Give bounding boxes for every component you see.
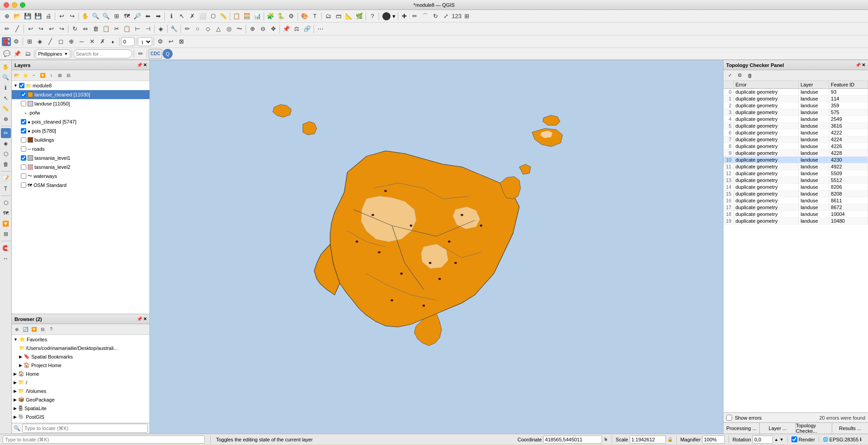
snap-intersect-btn[interactable]: ✕ <box>87 37 97 47</box>
cut-btn[interactable]: ✂ <box>111 24 121 34</box>
locate-status-input[interactable] <box>3 435 205 444</box>
digitize-mode-btn[interactable]: ✏ <box>135 49 145 59</box>
magnifier-input[interactable] <box>702 435 725 444</box>
table-row[interactable]: 13 duplicate geometry landuse 5512 <box>723 177 868 184</box>
select-poly-btn[interactable]: ⬡ <box>208 11 218 21</box>
plugins-btn[interactable]: 🧩 <box>265 11 275 21</box>
table-row[interactable]: 6 duplicate geometry landuse 4222 <box>723 129 868 136</box>
pin-btn[interactable]: 📌 <box>281 24 291 34</box>
table-row[interactable]: 5 duplicate geometry landuse 3616 <box>723 123 868 129</box>
zoom-last-btn[interactable]: ⬅ <box>143 11 153 21</box>
dbmanager-btn[interactable]: 🗃 <box>333 11 343 21</box>
layer-item-osm[interactable]: 🗺 OSM Standard <box>12 181 149 190</box>
layer-tab-btn[interactable]: Layer ... <box>760 423 796 434</box>
undo3-btn[interactable]: ↩ <box>46 24 56 34</box>
table-row[interactable]: 4 duplicate geometry landuse 2549 <box>723 116 868 123</box>
layer-cb-module8[interactable] <box>19 83 24 88</box>
topology-btn[interactable]: 🔗 <box>302 24 312 34</box>
scale-lock-icon[interactable]: 🔒 <box>667 437 673 442</box>
add-point-btn[interactable]: ⊕ <box>247 24 257 34</box>
topology-configure-btn[interactable]: ⚙ <box>735 71 744 80</box>
annotate-tool[interactable]: 📝 <box>1 173 11 183</box>
select-tool[interactable]: ↖ <box>1 93 11 103</box>
copy-btn[interactable]: 📋 <box>101 24 111 34</box>
pan-tool[interactable]: ✋ <box>1 62 11 72</box>
browser-refresh-btn[interactable]: 🔄 <box>21 325 29 334</box>
browser-btn[interactable]: 🗂 <box>323 11 333 21</box>
zoom-out-btn[interactable]: 🔍 <box>101 11 111 21</box>
snap-area-btn[interactable]: ◻ <box>56 37 66 47</box>
search-input[interactable] <box>73 49 132 58</box>
edit-tool[interactable]: ✏ <box>1 128 11 138</box>
node-btn[interactable]: ◈ <box>156 24 166 34</box>
minimize-button[interactable] <box>12 2 17 8</box>
num-field-btn[interactable]: 123 <box>452 11 462 21</box>
browser-spatialite[interactable]: ▶ 🗄 SpatiaLite <box>12 404 149 412</box>
processing-tab-btn[interactable]: Processing ... <box>723 423 760 434</box>
del-btn[interactable]: 🗑 <box>91 24 101 34</box>
zoom-in-tool[interactable]: 🔍 <box>1 72 11 82</box>
redo-btn[interactable]: ↪ <box>67 11 77 21</box>
table-row[interactable]: 15 duplicate geometry landuse 8208 <box>723 191 868 197</box>
map-tips-btn[interactable]: 💬 <box>2 49 12 59</box>
layer-item-waterways[interactable]: 〜 waterways <box>12 172 149 181</box>
table-row[interactable]: 11 duplicate geometry landuse 4922 <box>723 163 868 170</box>
table-row[interactable]: 8 duplicate geometry landuse 4226 <box>723 143 868 150</box>
digitize-tool[interactable]: ⬡ <box>1 149 11 159</box>
topology-delete-btn[interactable]: 🗑 <box>745 71 754 80</box>
new-spatial-bookmark-btn[interactable]: 📌 <box>12 49 22 59</box>
adjust-btn[interactable]: ⚖ <box>292 24 302 34</box>
window-controls[interactable] <box>4 2 25 8</box>
help-btn[interactable]: ? <box>367 11 377 21</box>
topo-edit-btn[interactable]: ⚙ <box>155 37 165 47</box>
simplify-btn[interactable]: △ <box>213 24 223 34</box>
browser-desktop-path[interactable]: 📁 /Users/codrinamariailie/Desktop/austra… <box>12 344 149 352</box>
crs-selector[interactable]: Philippines ▼ <box>36 49 70 58</box>
browser-project-home[interactable]: ▶ 🏠 Project Home <box>12 361 149 369</box>
layer-cb-buildings[interactable] <box>21 137 26 143</box>
ring-btn[interactable]: ○ <box>193 24 203 34</box>
table-row[interactable]: 0 duplicate geometry landuse 93 <box>723 89 868 96</box>
zoom-next-btn[interactable]: ➡ <box>153 11 163 21</box>
snap-line-btn[interactable]: ─ <box>77 37 87 47</box>
layer-item-pois-cleaned[interactable]: ● pois_cleaned [5747] <box>12 117 149 126</box>
snap-value-input[interactable] <box>121 37 135 46</box>
merge-btn[interactable]: ⊣ <box>143 24 153 34</box>
layer-item-tasmania1[interactable]: tasmania_level1 <box>12 153 149 163</box>
print-btn[interactable]: 🖨 <box>43 11 53 21</box>
edit-line-btn[interactable]: ╱ <box>12 24 22 34</box>
zoom-layer-btn[interactable]: 🗺 <box>122 11 132 21</box>
table-row[interactable]: 18 duplicate geometry landuse 10004 <box>723 211 868 218</box>
browser-geopackage[interactable]: ▶ 📦 GeoPackage <box>12 395 149 404</box>
topology-pin-icon[interactable]: 📌 <box>855 62 861 67</box>
digitize2-btn[interactable]: ✏ <box>182 24 192 34</box>
table-row[interactable]: 12 duplicate geometry landuse 5509 <box>723 170 868 177</box>
field-calc-btn[interactable]: 🧮 <box>242 11 252 21</box>
select-rect-btn[interactable]: ⬜ <box>198 11 207 21</box>
snap-all-btn[interactable]: ⊞ <box>24 37 34 47</box>
browser-spatial-bookmarks[interactable]: ▶ 🔖 Spatial Bookmarks <box>12 352 149 361</box>
epsg-icon[interactable]: 🌐 <box>823 437 828 442</box>
ext-btn[interactable]: ⊞ <box>462 11 472 21</box>
snap-cross-btn[interactable]: ✗ <box>97 37 107 47</box>
reshape-btn[interactable]: ◇ <box>203 24 213 34</box>
layer-cb-roads[interactable] <box>21 146 26 152</box>
browser-pin-icon[interactable]: 📌 <box>137 316 142 321</box>
split-btn[interactable]: ⊢ <box>132 24 142 34</box>
3d-tool[interactable]: ⬡ <box>1 198 11 208</box>
topology-tab-btn[interactable]: Topology Checke... <box>796 423 832 434</box>
browser-header-buttons[interactable]: 📌 ✕ <box>137 316 147 321</box>
map-canvas[interactable] <box>150 60 723 434</box>
layer-cb-tasmania1[interactable] <box>21 155 26 161</box>
layers-filter-btn[interactable]: 🔽 <box>39 72 47 80</box>
layers-close-icon[interactable]: ✕ <box>143 62 147 67</box>
save-btn[interactable]: 💾 <box>23 11 33 21</box>
node-tool[interactable]: ◈ <box>1 139 11 148</box>
rotation-up-icon[interactable]: ▲ <box>774 437 778 442</box>
snap-centroid-btn[interactable]: ⊕ <box>66 37 76 47</box>
snap-overlap-btn[interactable]: ⊠ <box>176 37 186 47</box>
scale-btn[interactable]: ⤢ <box>441 11 451 21</box>
layer-cb-landuse[interactable] <box>21 101 26 106</box>
georeferencer-btn[interactable]: 📐 <box>344 11 354 21</box>
snap-vertex-btn[interactable]: ◈ <box>35 37 45 47</box>
